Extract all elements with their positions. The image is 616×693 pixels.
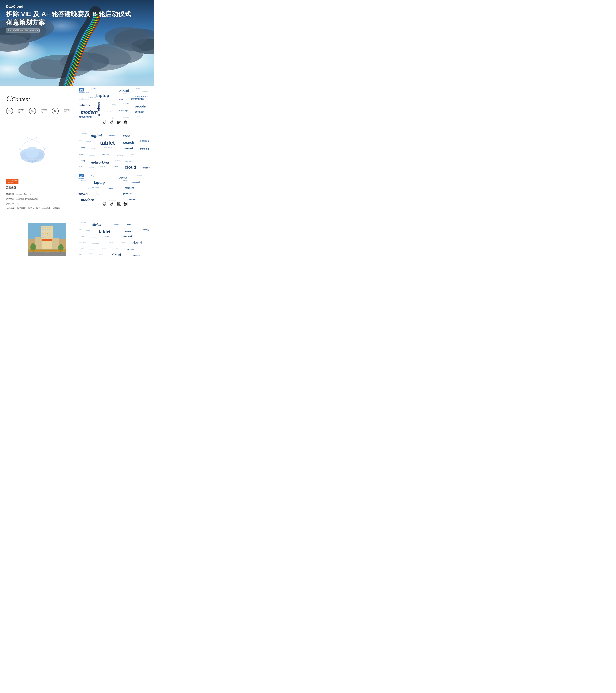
svg-point-29 [28, 160, 31, 162]
slide-content: CContent 01 → 活动信息 02 → 活动规划 03 → 执行管理 [0, 86, 154, 173]
wc-word: sharing [140, 140, 149, 142]
wc2-word: digital [92, 222, 101, 226]
wc-word: digital [91, 134, 102, 138]
section-badge: 2018 DaoCloud 活动方案 [6, 179, 18, 184]
svg-point-30 [31, 160, 34, 163]
svg-point-75 [81, 175, 81, 176]
wc-word: conne [137, 116, 141, 117]
wc2-word: internet [122, 235, 132, 238]
wc-word: network [79, 103, 91, 107]
wc-word: smart phone [135, 95, 148, 97]
wc2-word: sharing [99, 254, 103, 255]
svg-rect-39 [45, 227, 46, 228]
wc2-word: exchange [92, 186, 99, 188]
toc-num-01: 01 [6, 108, 13, 114]
wc-word: networking [91, 160, 109, 164]
wc-word: trending [91, 88, 97, 90]
wc-word: networking [79, 116, 92, 118]
wc2-word: trending [88, 175, 94, 177]
wc-word: community [81, 133, 87, 134]
wc-word: internet [86, 141, 91, 142]
svg-rect-54 [42, 235, 44, 236]
wc2-word: community [81, 222, 87, 223]
wc-word: networking [88, 166, 94, 168]
activity-details: 活动时间：2018年1月中上旬 活动地点：上海复旦县皇冠假日酒店 参会人数：70… [6, 192, 72, 210]
wc2-word: search [125, 230, 133, 233]
wc2-word: connect [125, 186, 134, 190]
wc2-word: web [127, 222, 132, 226]
wc-word: laptop [96, 93, 109, 98]
wc2-word: connect [129, 198, 136, 201]
wc-word: connect [112, 103, 116, 105]
wc2-word: cloud computing [79, 187, 89, 189]
wc2-word: internet [133, 254, 140, 257]
wc-word: exchange [142, 91, 148, 92]
daocloud-logo-2: DaoCloud [79, 174, 84, 179]
toc-num-03: 03 [52, 108, 59, 114]
wc-word: community [104, 87, 111, 89]
wc2-word: wireless [112, 192, 116, 194]
svg-rect-46 [42, 231, 44, 232]
wc2-word: network [79, 192, 88, 196]
svg-line-22 [40, 143, 45, 149]
detail-location: 活动地点：上海复旦县皇冠假日酒店 [6, 197, 72, 201]
wc2-word: internet [127, 249, 134, 251]
svg-rect-58 [42, 237, 44, 238]
slide-activity-info: 2018 DaoCloud 活动方案 活动信息 活动时间：2018年1月中上旬 … [0, 173, 154, 259]
wc-word: digital [131, 154, 135, 155]
section-label-activity-plan: 活 动 规 划 [102, 202, 128, 207]
wc2-word: networking [88, 253, 94, 254]
wc-word: trending [91, 147, 96, 149]
svg-rect-47 [45, 231, 46, 232]
wc-word: search [123, 141, 134, 145]
svg-rect-56 [47, 235, 48, 236]
wc-word: chat [119, 98, 123, 101]
svg-rect-53 [49, 233, 51, 234]
wc-word: community [125, 160, 132, 162]
wc-word: cloud [114, 165, 118, 167]
wc-word: smart phone [104, 146, 112, 148]
wc-word: internet [122, 146, 133, 150]
svg-line-19 [25, 140, 32, 143]
wc2-word: sharing [142, 229, 148, 231]
section-label-activity-info: 活 动 信 息 [102, 120, 128, 125]
wc2-word: people [123, 192, 132, 195]
toc-label-2: 活动规划 [41, 108, 48, 114]
svg-rect-55 [45, 235, 46, 236]
wc-word: exchange [119, 110, 128, 112]
toc-label-1: 活动信息 [18, 108, 25, 114]
wc-word: chat [79, 165, 82, 167]
wc-word: trending [140, 147, 149, 150]
hero-brand: DaoCloud [6, 5, 131, 8]
section-heading: 活动信息 [6, 186, 72, 189]
svg-rect-57 [49, 235, 51, 236]
wc2-word: blog [96, 193, 99, 195]
activity-info-left: 2018 DaoCloud 活动方案 活动信息 活动时间：2018年1月中上旬 … [0, 173, 77, 259]
svg-rect-41 [49, 227, 51, 228]
wc-word: connect [102, 154, 109, 156]
wc-word: search [123, 92, 127, 94]
svg-rect-42 [42, 229, 44, 230]
wc-word: tablet [100, 140, 115, 146]
wc2-word: cloud [112, 253, 121, 257]
word-cloud-section1: DaoCloud 活 动 信 息 trending community clou… [77, 86, 154, 173]
wc2-word: follow [81, 248, 84, 249]
hero-company-badge: 北京博昂思营销管理咨询有限公司 [6, 28, 40, 33]
svg-line-20 [32, 140, 40, 143]
svg-rect-52 [47, 233, 48, 234]
wc-word: wireless [83, 92, 89, 93]
toc-label-3: 执行管理 [64, 108, 71, 114]
wc-word: social media [104, 111, 112, 113]
cloud-illustration [15, 135, 49, 166]
wc-word: connect [135, 87, 140, 89]
wc-word: people [135, 104, 146, 108]
wc-word: sharing [109, 135, 116, 136]
svg-rect-71 [45, 253, 49, 253]
wc2-word: cloud [133, 240, 142, 245]
wc-word: web [123, 134, 130, 138]
wc2-word: internet [86, 230, 91, 231]
svg-point-66 [30, 243, 36, 251]
wc2-word: community [104, 174, 110, 176]
wc2-word: social media [109, 199, 116, 201]
svg-rect-44 [47, 229, 48, 230]
